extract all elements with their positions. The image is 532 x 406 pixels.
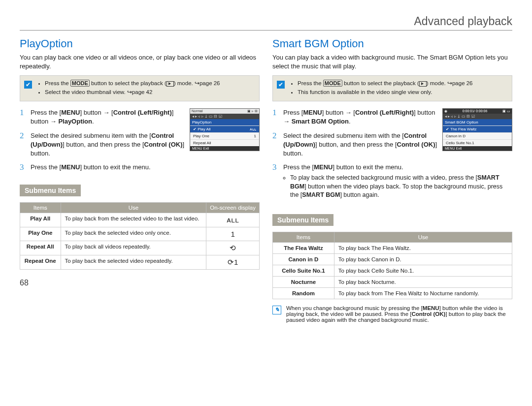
step-num-1: 1	[20, 108, 27, 126]
smartbgm-intro: You can play back a video with backgroun…	[272, 53, 512, 70]
playoption-prebox: ✔ Press the MODE button to select the pl…	[20, 75, 260, 101]
table-row: Play OneTo play back the selected video …	[20, 227, 260, 241]
osd-icon: 1	[206, 227, 260, 241]
playback-icon	[166, 81, 174, 87]
th-items: Items	[20, 203, 61, 213]
step-3-bullet: To play back the selected background mus…	[290, 174, 512, 200]
smartbgm-prelist: Press the MODE button to select the play…	[290, 80, 473, 97]
table-row: The Flea WaltzTo play back The Flea Walt…	[273, 242, 512, 253]
playoption-title: PlayOption	[20, 37, 260, 50]
bgm-note-text: When you change background music by pres…	[286, 305, 512, 323]
osd-icon: ⟲	[206, 241, 260, 255]
check-icon: ✔	[24, 81, 32, 89]
page-header: Advanced playback	[20, 15, 512, 31]
playback-icon	[419, 81, 427, 87]
th-use: Use	[334, 232, 512, 242]
th-osd: On-screen display	[206, 203, 260, 213]
smartbgm-prebox: ✔ Press the MODE button to select the pl…	[272, 75, 512, 101]
page-number: 68	[20, 279, 260, 287]
page-title: Advanced playback	[20, 15, 512, 28]
step-2: Select the desired submenu item with the…	[31, 131, 186, 158]
step-num-1: 1	[272, 108, 279, 126]
left-column: PlayOption You can play back one video o…	[20, 36, 260, 323]
note-icon: ✎	[272, 306, 281, 314]
table-row: Cello Suite No.1To play back Cello Suite…	[273, 265, 512, 276]
smartbgm-table: Items Use The Flea WaltzTo play back The…	[272, 232, 512, 299]
th-use: Use	[61, 203, 206, 213]
table-row: Repeat AllTo play back all videos repeat…	[20, 241, 260, 255]
playoption-steps: 1 Press the [MENU] button → [Control (Le…	[20, 108, 260, 172]
pre-line1: Press the MODE button to select the play…	[298, 80, 473, 88]
step-1: Press the [MENU] button → [Control (Left…	[31, 108, 186, 126]
table-row: RandomTo play back from The Flea Waltz t…	[273, 287, 512, 299]
step-3: Press the [MENU] button to exit the menu…	[31, 163, 260, 172]
step-num-3: 3	[272, 163, 279, 201]
playoption-table: Items Use On-screen display Play AllTo p…	[20, 202, 260, 270]
right-column: Smart BGM Option You can play back a vid…	[272, 36, 512, 323]
step-num-3: 3	[20, 163, 27, 172]
mode-key: MODE	[70, 80, 90, 87]
step-3: Press the [MENU] button to exit the menu…	[283, 163, 512, 201]
smartbgm-title: Smart BGM Option	[272, 37, 512, 50]
submenu-header: Submenu Items	[20, 185, 81, 196]
playoption-prelist: Press the MODE button to select the play…	[37, 80, 220, 97]
playoption-intro: You can play back one video or all video…	[20, 53, 260, 70]
check-icon: ✔	[277, 81, 285, 89]
submenu-header: Submenu Items	[272, 214, 333, 226]
pre-line2: Select the video thumbnail view. ↪page 4…	[45, 89, 220, 96]
smartbgm-steps: 1 Press [MENU] button → [Control (Left/R…	[272, 108, 512, 201]
step-num-2: 2	[272, 131, 279, 158]
step-2: Select the desired submenu item with the…	[283, 131, 438, 158]
th-items: Items	[273, 232, 334, 242]
pre-line2: This function is available in the video …	[298, 89, 473, 96]
step-1: Press [MENU] button → [Control (Left/Rig…	[283, 108, 438, 126]
table-row: Play AllTo play back from the selected v…	[20, 213, 260, 227]
table-row: Canon in DTo play back Canon in D.	[273, 253, 512, 265]
table-row: Repeat OneTo play back the selected vide…	[20, 255, 260, 270]
osd-icon: ᴀʟʟ	[206, 213, 260, 227]
table-row: NocturneTo play back Nocturne.	[273, 276, 512, 287]
mode-key: MODE	[323, 80, 342, 87]
pre-line1: Press the MODE button to select the play…	[45, 80, 220, 88]
osd-icon: ⟳1	[206, 255, 260, 270]
step-num-2: 2	[20, 131, 27, 158]
bgm-note: ✎ When you change background music by pr…	[272, 305, 512, 323]
